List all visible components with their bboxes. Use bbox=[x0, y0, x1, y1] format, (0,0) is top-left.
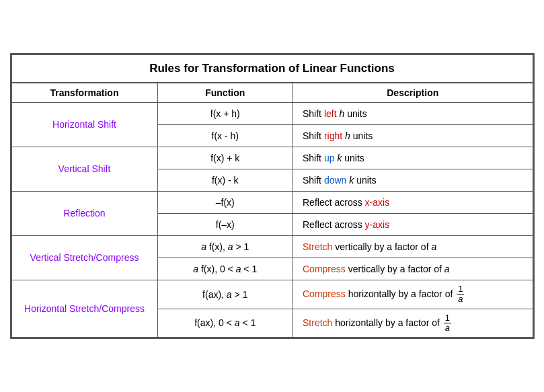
highlight-right: right bbox=[324, 130, 342, 141]
fraction-1-over-a: 1 a bbox=[457, 284, 464, 305]
transform-horizontal-shift: Horizontal Shift bbox=[11, 102, 157, 147]
function-cell: a f(x), 0 < a < 1 bbox=[157, 258, 293, 280]
description-cell: Shift up k units bbox=[293, 147, 533, 169]
table-row: Reflection –f(x) Reflect across x-axis bbox=[11, 191, 533, 213]
function-cell: f(x) + k bbox=[157, 147, 293, 169]
highlight-stretch: Stretch bbox=[303, 241, 332, 252]
description-cell: Shift right h units bbox=[293, 124, 533, 147]
highlight-xaxis: x-axis bbox=[365, 197, 390, 208]
highlight-left: left bbox=[324, 108, 337, 119]
highlight-stretch-h: Stretch bbox=[303, 317, 332, 327]
title-row: Rules for Transformation of Linear Funct… bbox=[11, 54, 533, 83]
table-row: Horizontal Stretch/Compress f(ax), a > 1… bbox=[11, 280, 533, 309]
transform-horizontal-stretch: Horizontal Stretch/Compress bbox=[11, 280, 157, 337]
function-cell: f(ax), a > 1 bbox=[157, 280, 293, 309]
highlight-down: down bbox=[324, 175, 346, 186]
fraction-numerator: 1 bbox=[457, 284, 464, 295]
highlight-yaxis: y-axis bbox=[365, 219, 390, 230]
header-function: Function bbox=[157, 83, 293, 103]
header-row: Transformation Function Description bbox=[11, 83, 533, 103]
function-cell: a f(x), a > 1 bbox=[157, 235, 293, 258]
function-cell: f(x) - k bbox=[157, 169, 293, 191]
table-row: Vertical Shift f(x) + k Shift up k units bbox=[11, 147, 533, 169]
table-row: Horizontal Shift f(x + h) Shift left h u… bbox=[11, 102, 533, 124]
fraction-numerator-2: 1 bbox=[444, 313, 451, 323]
function-cell: –f(x) bbox=[157, 191, 293, 213]
function-cell: f(x + h) bbox=[157, 102, 293, 124]
transform-vertical-stretch: Vertical Stretch/Compress bbox=[11, 235, 157, 280]
fraction-denominator: a bbox=[457, 295, 464, 304]
function-cell: f(x - h) bbox=[157, 124, 293, 147]
highlight-compress: Compress bbox=[303, 264, 346, 274]
header-transformation: Transformation bbox=[11, 83, 157, 103]
function-cell: f(–x) bbox=[157, 213, 293, 235]
table-row: Vertical Stretch/Compress a f(x), a > 1 … bbox=[11, 235, 533, 258]
description-cell: Shift left h units bbox=[293, 102, 533, 124]
description-cell: Compress vertically by a factor of a bbox=[293, 258, 533, 280]
transform-vertical-shift: Vertical Shift bbox=[11, 147, 157, 191]
header-description: Description bbox=[293, 83, 533, 103]
transform-reflection: Reflection bbox=[11, 191, 157, 235]
fraction-1-over-a-2: 1 a bbox=[444, 313, 451, 334]
description-cell: Reflect across x-axis bbox=[293, 191, 533, 213]
fraction-denominator-2: a bbox=[444, 323, 451, 333]
description-cell: Reflect across y-axis bbox=[293, 213, 533, 235]
description-cell: Shift down k units bbox=[293, 169, 533, 191]
description-cell: Compress horizontally by a factor of 1 a bbox=[293, 280, 533, 309]
main-table: Rules for Transformation of Linear Funct… bbox=[10, 53, 535, 339]
highlight-compress-h: Compress bbox=[303, 288, 346, 299]
description-cell: Stretch horizontally by a factor of 1 a bbox=[293, 309, 533, 338]
function-cell: f(ax), 0 < a < 1 bbox=[157, 309, 293, 338]
description-cell: Stretch vertically by a factor of a bbox=[293, 235, 533, 258]
table-title: Rules for Transformation of Linear Funct… bbox=[11, 54, 533, 83]
highlight-up: up bbox=[324, 153, 335, 163]
